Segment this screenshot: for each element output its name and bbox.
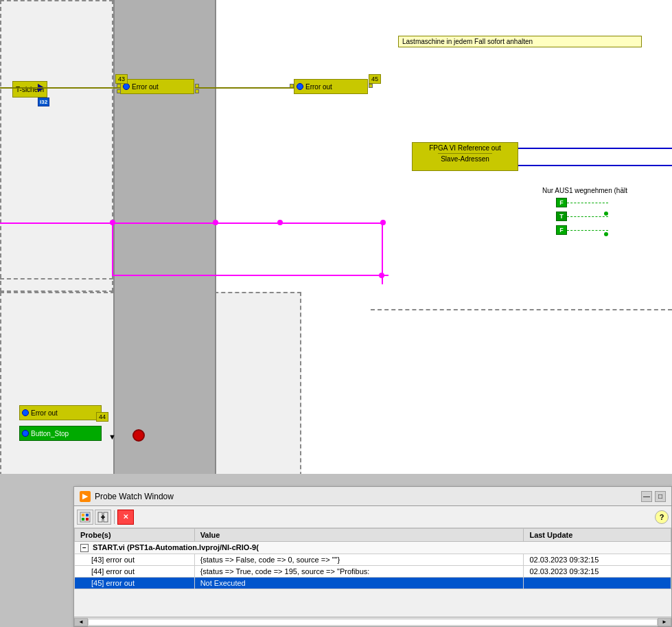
col-last-update: Last Update — [524, 529, 671, 542]
probe-scrollbar[interactable]: ◄ ► — [74, 617, 671, 626]
buffer-icon — [38, 84, 51, 96]
junction-bool1 — [604, 212, 608, 216]
wire-blue-fpga — [518, 148, 672, 149]
table-row-45[interactable]: [45] error out Not Executed — [75, 578, 671, 589]
button-stop-label: Button_Stop — [31, 430, 69, 437]
wire-blue-fpga2 — [518, 165, 672, 166]
svg-rect-1 — [82, 514, 84, 516]
probe-45-update — [524, 578, 671, 589]
button-stop-node: Button_Stop — [19, 426, 102, 441]
probe-window-icon: ▶ — [80, 491, 91, 502]
badge-44: 44 — [96, 412, 108, 422]
maximize-button[interactable]: □ — [655, 491, 666, 502]
right-frame-bottom — [371, 309, 672, 316]
wire-bool-t1 — [567, 216, 608, 217]
probe-43-label: [43] error out — [75, 554, 195, 566]
probe-watch-window: ▶ Probe Watch Window — □ — [73, 486, 672, 627]
wire-magenta-h1 — [0, 223, 285, 224]
wire-magenta-v1 — [112, 221, 113, 276]
probe-table: Probe(s) Value Last Update − START.vi (P… — [74, 528, 671, 589]
probe-44-value: {status => True, code => 195, source => … — [194, 566, 524, 578]
junction-magenta-5 — [379, 273, 384, 278]
probe-table-body: − START.vi (PST1a-Automation.lvproj/NI-c… — [75, 542, 671, 589]
new-probe-button[interactable] — [77, 510, 93, 525]
junction-magenta-2 — [213, 220, 218, 225]
scroll-track — [88, 619, 658, 626]
stop-circle — [132, 429, 145, 442]
error-dot-45 — [297, 83, 303, 90]
bool-t1: T — [556, 212, 567, 221]
wire-dark-yellow-top — [0, 87, 120, 89]
probe-45-label: [45] error out — [75, 578, 195, 589]
probe-44-update: 02.03.2023 09:32:15 — [524, 566, 671, 578]
terminal-43-right2 — [195, 89, 199, 93]
scroll-left[interactable]: ◄ — [74, 618, 88, 626]
svg-rect-3 — [82, 518, 84, 521]
left-frame-bottom — [0, 278, 113, 285]
wire-bool-f2 — [567, 230, 608, 231]
left-subvi-frame — [0, 0, 113, 292]
probe-toolbar: ✕ ? — [74, 506, 671, 528]
table-row-44[interactable]: [44] error out {status => True, code => … — [75, 566, 671, 578]
collapse-icon[interactable]: − — [80, 544, 89, 552]
col-probe: Probe(s) — [75, 529, 195, 542]
wire-bool-f1 — [567, 203, 608, 203]
wire-magenta-h2 — [285, 223, 384, 224]
terminal-43-left2 — [117, 89, 121, 93]
probe-window-title: Probe Watch Window — [95, 492, 174, 501]
error-dot-stop — [22, 430, 29, 437]
lastmaschine-label: Lastmaschine in jedem Fall sofort anhalt… — [398, 36, 642, 47]
badge-45: 45 — [369, 74, 381, 84]
probe-43-update: 02.03.2023 09:32:15 — [524, 554, 671, 566]
toolbar-separator — [114, 510, 115, 524]
slave-adressen-label: Slave-Adressen — [438, 153, 492, 164]
converge-icon: ▼ — [108, 433, 116, 441]
probe-table-container[interactable]: Probe(s) Value Last Update − START.vi (P… — [74, 528, 671, 617]
probe-title-left: ▶ Probe Watch Window — [80, 491, 174, 502]
bool-f1: F — [556, 198, 567, 207]
fpga-vi-ref-label: FPGA VI Reference out — [426, 143, 504, 153]
svg-rect-2 — [86, 514, 89, 516]
root-label-text: START.vi (PST1a-Automation.lvproj/NI-cRI… — [93, 543, 259, 551]
error-out-43-label: Error out — [132, 83, 159, 91]
delete-button[interactable]: ✕ — [117, 510, 134, 525]
bool-f2: F — [556, 225, 567, 235]
probe-titlebar: ▶ Probe Watch Window — □ — [74, 487, 671, 506]
error-dot-43 — [123, 83, 130, 90]
junction-magenta-3 — [277, 220, 283, 225]
error-out-43-node: Error out — [120, 79, 194, 94]
terminal-45-right — [369, 84, 373, 88]
probe-43-value: {status => False, code => 0, source => "… — [194, 554, 524, 566]
gray-panel — [113, 0, 216, 474]
help-button[interactable]: ? — [655, 510, 669, 524]
junction-bool2 — [604, 232, 608, 236]
wire-magenta-h-bottom — [112, 275, 386, 276]
i32-node: I32 — [38, 98, 49, 106]
probe-44-label: [44] error out — [75, 566, 195, 578]
fpga-vi-ref-node: FPGA VI Reference out Slave-Adressen — [412, 142, 518, 171]
table-row-43[interactable]: [43] error out {status => False, code =>… — [75, 554, 671, 566]
probe-45-value: Not Executed — [194, 578, 524, 589]
root-label: − START.vi (PST1a-Automation.lvproj/NI-c… — [75, 542, 671, 554]
error-out-44-node: Error out — [19, 405, 102, 420]
error-dot-44 — [22, 409, 29, 416]
add-column-button[interactable] — [95, 510, 111, 525]
titlebar-controls: — □ — [638, 491, 666, 502]
col-value: Value — [194, 529, 524, 542]
nur-aus1-label: Nur AUS1 wegnehmen (hält — [542, 187, 627, 194]
svg-rect-4 — [86, 518, 89, 521]
diagram-area: Lastmaschine in jedem Fall sofort anhalt… — [0, 0, 672, 474]
top-border — [371, 0, 672, 7]
error-out-44-label: Error out — [31, 409, 58, 417]
error-out-45-node: Error out — [294, 79, 368, 94]
error-out-45-label: Error out — [305, 83, 332, 91]
minimize-button[interactable]: — — [641, 491, 652, 502]
badge-43: 43 — [115, 74, 128, 84]
wire-dark-yellow-mid — [195, 87, 294, 89]
table-row-root[interactable]: − START.vi (PST1a-Automation.lvproj/NI-c… — [75, 542, 671, 554]
scroll-right[interactable]: ► — [658, 618, 671, 626]
